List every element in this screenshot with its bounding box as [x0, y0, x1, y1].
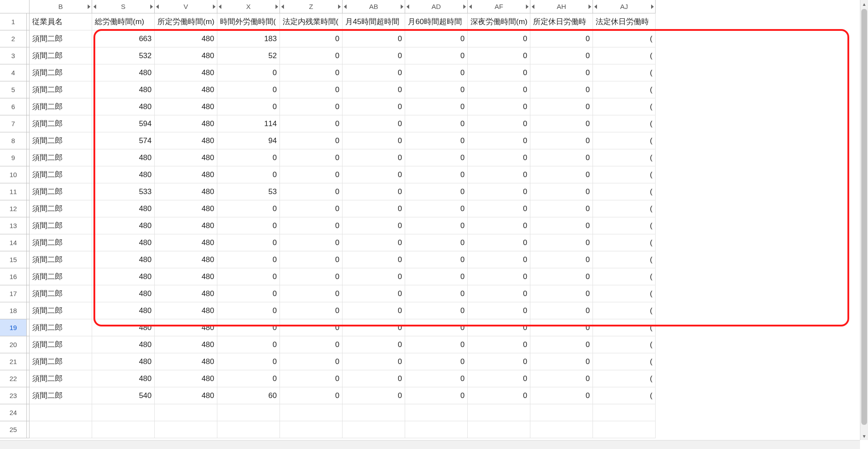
column-group-expand-left-icon[interactable] [469, 4, 472, 9]
cell[interactable]: 0 [343, 81, 405, 98]
cell[interactable]: 須間二郎 [30, 81, 92, 98]
cell[interactable]: 0 [280, 81, 343, 98]
cell[interactable]: 0 [405, 302, 468, 319]
cell[interactable]: 480 [92, 200, 155, 217]
cell[interactable]: 480 [92, 302, 155, 319]
cell[interactable] [30, 404, 92, 421]
row-header[interactable]: 12 [0, 200, 27, 217]
column-group-expand-left-icon[interactable] [219, 4, 221, 9]
column-group-expand-left-icon[interactable] [594, 4, 597, 9]
cell[interactable]: 114 [217, 115, 280, 132]
cell[interactable]: 480 [92, 149, 155, 166]
cell[interactable]: 須間二郎 [30, 64, 92, 81]
column-group-expand-right-icon[interactable] [213, 4, 216, 9]
cell[interactable]: 0 [530, 47, 593, 64]
cell[interactable]: 0 [217, 64, 280, 81]
cell[interactable] [530, 404, 593, 421]
cell[interactable]: 0 [343, 285, 405, 302]
cell[interactable]: 480 [92, 98, 155, 115]
cell[interactable]: 0 [217, 302, 280, 319]
cell[interactable]: 所定労働時間(m) [155, 13, 217, 30]
cell[interactable]: 0 [530, 251, 593, 268]
column-header-B[interactable]: B [30, 0, 92, 13]
cell[interactable]: 0 [280, 132, 343, 149]
cell[interactable]: 94 [217, 132, 280, 149]
cell[interactable]: 0 [530, 115, 593, 132]
cell[interactable]: 0 [280, 183, 343, 200]
cell[interactable]: 0 [468, 30, 530, 47]
cell[interactable]: ( [593, 336, 656, 353]
row-header[interactable]: 4 [0, 64, 27, 81]
cell[interactable]: 0 [530, 166, 593, 183]
row-header[interactable]: 24 [0, 404, 27, 421]
cell[interactable]: 0 [280, 166, 343, 183]
cell[interactable]: 533 [92, 183, 155, 200]
column-group-expand-right-icon[interactable] [651, 4, 654, 9]
cell[interactable]: ( [593, 302, 656, 319]
cell[interactable]: 0 [343, 132, 405, 149]
cell[interactable]: 0 [343, 149, 405, 166]
cell[interactable]: 480 [155, 166, 217, 183]
cell[interactable]: 0 [530, 268, 593, 285]
cell[interactable]: 0 [405, 98, 468, 115]
cell[interactable]: 0 [468, 115, 530, 132]
cell[interactable] [217, 404, 280, 421]
cell[interactable]: 183 [217, 30, 280, 47]
cell[interactable]: 0 [405, 115, 468, 132]
column-group-expand-right-icon[interactable] [463, 4, 466, 9]
cell[interactable]: 574 [92, 132, 155, 149]
cell[interactable]: 0 [530, 81, 593, 98]
cell[interactable]: 0 [468, 251, 530, 268]
cell[interactable]: 0 [468, 319, 530, 336]
cell[interactable]: 須間二郎 [30, 149, 92, 166]
cell[interactable] [30, 421, 92, 438]
cell[interactable]: 須間二郎 [30, 183, 92, 200]
cell[interactable]: 0 [343, 64, 405, 81]
cell[interactable]: 0 [280, 64, 343, 81]
cell[interactable]: 0 [217, 268, 280, 285]
cell[interactable]: 0 [280, 319, 343, 336]
cell[interactable]: 0 [343, 319, 405, 336]
cell[interactable]: 0 [280, 251, 343, 268]
cell[interactable]: 0 [405, 251, 468, 268]
cell[interactable]: 0 [530, 234, 593, 251]
cell[interactable]: 480 [155, 268, 217, 285]
cell[interactable] [593, 421, 656, 438]
cell[interactable]: ( [593, 285, 656, 302]
cell[interactable]: 480 [155, 30, 217, 47]
cell[interactable]: 0 [217, 336, 280, 353]
cell[interactable]: 0 [405, 268, 468, 285]
cell[interactable]: 53 [217, 183, 280, 200]
cell[interactable]: 0 [343, 370, 405, 387]
cell[interactable]: 0 [468, 353, 530, 370]
row-header[interactable]: 17 [0, 285, 27, 302]
cell[interactable]: 480 [155, 64, 217, 81]
cell[interactable]: 0 [280, 200, 343, 217]
column-header-AF[interactable]: AF [468, 0, 530, 13]
cell[interactable]: ( [593, 217, 656, 234]
horizontal-scrollbar[interactable] [0, 440, 860, 449]
column-group-expand-left-icon[interactable] [156, 4, 159, 9]
cell[interactable]: 須間二郎 [30, 200, 92, 217]
cell[interactable]: 0 [217, 166, 280, 183]
cell[interactable]: 月60時間超時間 [405, 13, 468, 30]
cell[interactable]: 480 [155, 81, 217, 98]
cell[interactable]: ( [593, 370, 656, 387]
cell[interactable]: 480 [155, 353, 217, 370]
column-group-expand-left-icon[interactable] [532, 4, 534, 9]
row-header[interactable]: 19 [0, 319, 27, 336]
cell[interactable]: ( [593, 30, 656, 47]
cell[interactable]: 0 [530, 302, 593, 319]
cell[interactable] [92, 421, 155, 438]
cell[interactable]: 0 [468, 285, 530, 302]
cell[interactable]: 月45時間超時間 [343, 13, 405, 30]
cell[interactable]: 須間二郎 [30, 353, 92, 370]
cell[interactable]: 480 [155, 149, 217, 166]
cell[interactable]: 480 [92, 166, 155, 183]
cell[interactable]: 0 [468, 302, 530, 319]
cell[interactable]: ( [593, 166, 656, 183]
column-group-expand-left-icon[interactable] [406, 4, 409, 9]
cell[interactable]: 0 [217, 251, 280, 268]
cell[interactable]: 0 [530, 387, 593, 404]
cell[interactable]: 0 [530, 98, 593, 115]
